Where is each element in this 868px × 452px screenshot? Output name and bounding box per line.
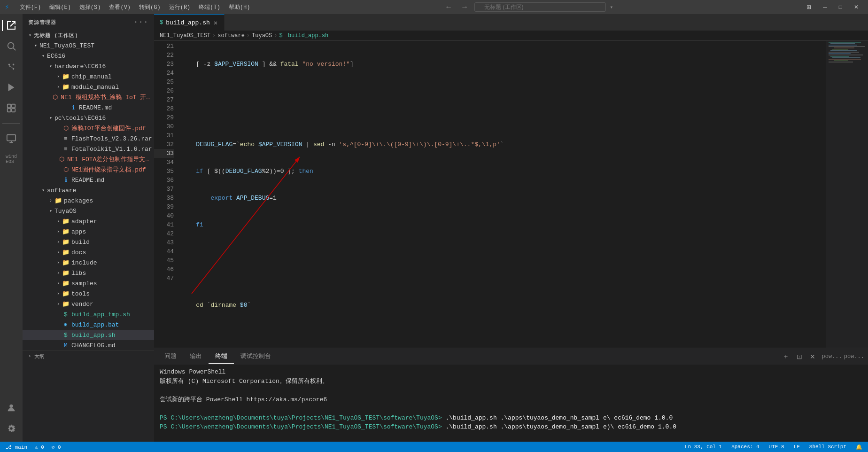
menu-run[interactable]: 运行(R) (165, 2, 194, 12)
panel-close-button[interactable]: ✕ (807, 352, 818, 361)
sidebar-item-flash-tools[interactable]: ≡ FlashTools_V2.3.26.rar (23, 133, 154, 144)
menu-help[interactable]: 帮助(H) (225, 2, 254, 12)
status-indentation[interactable]: Spaces: 4 (729, 444, 761, 450)
status-encoding[interactable]: UTF-8 (767, 444, 786, 450)
sidebar-item-module-manual[interactable]: › 📁 module_manual (23, 82, 154, 92)
folder-icon: 📁 (62, 300, 70, 308)
panel-tab-problems[interactable]: 问题 (158, 349, 183, 364)
sidebar-item-apps[interactable]: › 📁 apps (23, 226, 154, 237)
terminal-line-cmd1: PS C:\Users\wenzheng\Documents\tuya\Proj… (160, 413, 862, 423)
sidebar-item-libs[interactable]: › 📁 libs (23, 268, 154, 278)
tab-build-app-sh[interactable]: $ build_app.sh ✕ (154, 14, 225, 31)
breadcrumb-tuyaos[interactable]: TuyaOS (252, 32, 272, 39)
tab-label: build_app.sh (166, 19, 210, 26)
panel-tab-terminal[interactable]: 终端 (209, 349, 234, 364)
menu-view[interactable]: 查看(V) (105, 2, 134, 12)
outline-header[interactable]: › 大纲 (23, 351, 154, 361)
sidebar-item-workspace[interactable]: ▾ 无标题 (工作区) (23, 30, 154, 40)
sidebar-item-pc-tools[interactable]: ▾ pc\tools\EC616 (23, 113, 154, 123)
activity-icon-extensions[interactable] (2, 99, 21, 117)
sidebar-item-build-app-bat[interactable]: ⊞ build_app.bat (23, 320, 154, 330)
menu-terminal[interactable]: 终端(T) (195, 2, 224, 12)
minimap (826, 41, 868, 348)
nav-forward-button[interactable]: → (458, 2, 471, 12)
breadcrumb: NE1_TuyaOS_TEST › software › TuyaOS › $ … (154, 31, 868, 41)
activity-icon-remote[interactable] (2, 129, 21, 148)
svg-line-1 (13, 48, 16, 50)
sidebar-header: 资源管理器 ··· (23, 14, 154, 30)
activity-icon-search[interactable] (2, 37, 21, 55)
sidebar-item-adapter[interactable]: › 📁 adapter (23, 216, 154, 226)
sidebar-item-chip-manual[interactable]: › 📁 chip_manual (23, 71, 154, 82)
sidebar-item-software[interactable]: ▾ software (23, 185, 154, 195)
status-line-ending[interactable]: LF (792, 444, 802, 450)
menu-goto[interactable]: 转到(G) (135, 2, 164, 12)
chevron-down-icon: ▾ (47, 62, 54, 70)
sidebar-item-packages[interactable]: › 📁 packages (23, 195, 154, 206)
window-close-button[interactable]: ✕ (849, 2, 863, 12)
sidebar-label-fota-toolkit: FotaToolkit_V1.1.6.rar (71, 146, 152, 153)
sidebar-label-tools: tools (71, 290, 90, 297)
sidebar-item-readme-tools[interactable]: ℹ README.md (23, 175, 154, 185)
menu-edit[interactable]: 编辑(E) (46, 2, 75, 12)
sidebar-item-ne1-pdf[interactable]: ⬡ NE1 模组规格书_涂鸦 IoT 开发平台_涂鸦 IoT 开发平台.pdf (23, 92, 154, 102)
sidebar-item-build-app-sh[interactable]: $ build_app.sh (23, 330, 154, 340)
code-content[interactable]: [ -z $APP_VERSION ] && fatal "no version… (178, 41, 826, 348)
status-language[interactable]: Shell Script (807, 444, 848, 450)
spacer-icon (44, 94, 51, 101)
sidebar-item-tuya-pdf[interactable]: ⬡ 涂鸦IOT平台创建固件.pdf (23, 123, 154, 133)
pdf-icon: ⬡ (62, 125, 70, 132)
panel-tab-output[interactable]: 输出 (183, 349, 209, 364)
workspace-search[interactable] (474, 2, 606, 12)
sidebar-item-ec616[interactable]: ▾ EC616 (23, 51, 154, 61)
breadcrumb-ne1[interactable]: NE1_TuyaOS_TEST (160, 32, 210, 39)
breadcrumb-file[interactable]: $ build_app.sh (279, 32, 328, 39)
search-dropdown[interactable]: ▾ (610, 4, 613, 11)
shell-icon: $ (62, 311, 70, 318)
activity-icon-run-debug[interactable] (2, 78, 21, 97)
sidebar-item-build[interactable]: › 📁 build (23, 237, 154, 247)
activity-icon-settings[interactable] (2, 419, 21, 438)
activity-icon-wind[interactable]: windEOS (2, 150, 21, 169)
tab-close-button[interactable]: ✕ (213, 19, 218, 27)
terminal-line-blank (160, 386, 862, 395)
sidebar-item-ne1-firmware-pdf[interactable]: ⬡ NE1固件烧录指导文档.pdf (23, 164, 154, 175)
window-maximize-button[interactable]: □ (834, 2, 847, 12)
panel-maximize-button[interactable]: ⊡ (794, 352, 805, 361)
sidebar-item-build-app-tmp[interactable]: $ build_app_tmp.sh (23, 309, 154, 320)
breadcrumb-software[interactable]: software (217, 32, 245, 39)
window-layouts-button[interactable]: ⊞ (802, 2, 816, 12)
sidebar-more-button[interactable]: ··· (133, 18, 148, 26)
sidebar-item-fota-toolkit[interactable]: ≡ FotaToolkit_V1.1.6.rar (23, 144, 154, 154)
sidebar-item-ne1-fota-pdf[interactable]: ⬡ NE1 FOTA差分包制作指导文档.pdf (23, 154, 154, 164)
status-git-branch[interactable]: ⎇ main (4, 444, 29, 450)
status-warnings[interactable]: ⊘ 0 (50, 444, 63, 450)
sidebar-item-docs[interactable]: › 📁 docs (23, 247, 154, 257)
sidebar-item-include[interactable]: › 📁 include (23, 257, 154, 268)
menu-file[interactable]: 文件(F) (16, 2, 45, 12)
new-terminal-button[interactable]: ＋ (780, 351, 792, 362)
terminal-output[interactable]: Windows PowerShell 版权所有 (C) Microsoft Co… (154, 365, 868, 442)
sidebar-label-tuyaos: TuyaOS (54, 208, 77, 215)
sidebar-item-readme-ec616[interactable]: ℹ README.md (23, 102, 154, 113)
sidebar-item-tools[interactable]: › 📁 tools (23, 288, 154, 299)
sidebar-item-tuyaos[interactable]: ▾ TuyaOS (23, 206, 154, 216)
status-bar-left: ⎇ main ⚠ 0 ⊘ 0 (4, 444, 63, 450)
activity-icon-source-control[interactable] (2, 57, 21, 76)
sidebar-item-hardware[interactable]: ▾ hardware\EC616 (23, 61, 154, 71)
svg-rect-4 (12, 104, 15, 108)
activity-icon-explorer[interactable] (2, 16, 21, 35)
menu-select[interactable]: 选择(S) (76, 2, 105, 12)
terminal-line-cmd2: PS C:\Users\wenzheng\Documents\tuya\Proj… (160, 422, 862, 432)
sidebar-item-ne1-root[interactable]: ▾ NE1_TuyaOS_TEST (23, 40, 154, 51)
nav-back-button[interactable]: ← (442, 2, 455, 12)
status-cursor-position[interactable]: Ln 33, Col 1 (683, 444, 724, 450)
status-notifications[interactable]: 🔔 (854, 444, 864, 450)
status-errors[interactable]: ⚠ 0 (33, 444, 46, 450)
sidebar-item-samples[interactable]: › 📁 samples (23, 278, 154, 288)
sidebar-item-changelog[interactable]: M CHANGELOG.md (23, 340, 154, 351)
panel-tab-debug[interactable]: 调试控制台 (234, 349, 278, 364)
activity-icon-account[interactable] (2, 398, 21, 417)
window-minimize-button[interactable]: ─ (818, 2, 832, 12)
sidebar-item-vendor[interactable]: › 📁 vendor (23, 299, 154, 309)
